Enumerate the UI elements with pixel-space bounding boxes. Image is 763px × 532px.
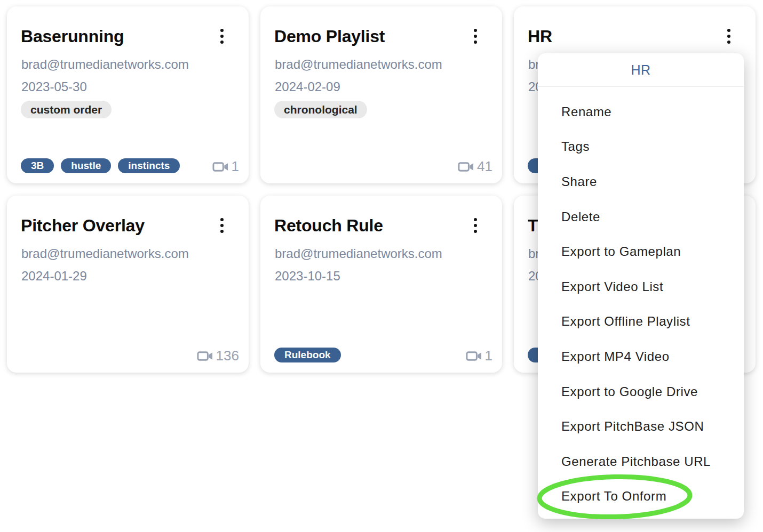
context-menu-title: HR (538, 53, 744, 87)
playlist-owner: brad@trumedianetworks.com (21, 246, 189, 261)
kebab-menu-icon[interactable] (470, 218, 481, 236)
video-count-number: 41 (477, 158, 492, 175)
kebab-dots (727, 29, 730, 32)
playlist-title: Retouch Rule (274, 216, 465, 236)
playlist-owner: brad@trumedianetworks.com (275, 246, 442, 261)
menu-item-export-offline-playlist[interactable]: Export Offline Playlist (538, 304, 744, 340)
menu-item-delete[interactable]: Delete (538, 199, 744, 235)
playlist-owner: brad@trumedianetworks.com (21, 57, 189, 72)
kebab-dots (220, 218, 224, 221)
video-count: 41 (458, 158, 492, 175)
video-camera-icon (197, 350, 213, 362)
video-camera-icon (212, 160, 229, 173)
playlist-title: Baserunning (21, 27, 211, 46)
playlist-card-demo-playlist[interactable]: Demo Playlist brad@trumedianetworks.com … (260, 6, 502, 183)
kebab-dots (474, 29, 477, 32)
tag-pill: 3B (21, 158, 54, 173)
video-count: 1 (212, 158, 239, 175)
video-count: 1 (466, 348, 492, 364)
tag-list: Rulebook (274, 348, 443, 362)
menu-item-export-to-gameplan[interactable]: Export to Gameplan (538, 234, 744, 269)
kebab-menu-icon[interactable] (470, 29, 481, 47)
playlist-date: 2024-02-09 (275, 79, 340, 94)
tag-pill: instincts (118, 158, 180, 173)
playlist-card-baserunning[interactable]: Baserunning brad@trumedianetworks.com 20… (7, 6, 249, 183)
video-count-number: 136 (216, 348, 239, 364)
kebab-menu-icon[interactable] (217, 218, 227, 236)
playlist-date: 2023-10-15 (275, 269, 340, 284)
video-count-number: 1 (485, 348, 492, 364)
tag-list: 3B hustle instincts (21, 158, 190, 173)
sort-order-chip: chronological (274, 101, 367, 118)
playlist-title: Demo Playlist (274, 27, 465, 46)
sort-order-chip: custom order (21, 101, 112, 118)
playlist-owner: brad@trumedianetworks.com (275, 57, 442, 72)
playlist-title: HR (528, 27, 718, 46)
kebab-menu-icon[interactable] (217, 29, 227, 47)
video-count-number: 1 (232, 158, 239, 175)
kebab-menu-icon[interactable] (724, 29, 734, 47)
video-camera-icon (458, 160, 474, 173)
menu-item-tags[interactable]: Tags (538, 130, 744, 165)
kebab-dots (220, 29, 224, 32)
menu-item-export-video-list[interactable]: Export Video List (538, 269, 744, 304)
playlist-card-pitcher-overlay[interactable]: Pitcher Overlay brad@trumedianetworks.co… (7, 196, 249, 373)
playlist-card-retouch-rule[interactable]: Retouch Rule brad@trumedianetworks.com 2… (260, 196, 502, 373)
menu-item-export-mp4-video[interactable]: Export MP4 Video (538, 339, 744, 374)
menu-item-rename[interactable]: Rename (538, 94, 744, 130)
context-menu: HR Rename Tags Share Delete Export to Ga… (538, 53, 744, 519)
kebab-dots (474, 218, 477, 221)
video-camera-icon (466, 350, 482, 362)
menu-item-share[interactable]: Share (538, 164, 744, 199)
video-count: 136 (197, 348, 239, 364)
playlist-title: Pitcher Overlay (21, 216, 211, 236)
menu-item-generate-pitchbase-url[interactable]: Generate Pitchbase URL (538, 444, 744, 479)
tag-pill: Rulebook (274, 348, 341, 362)
menu-item-export-pitchbase-json[interactable]: Export PitchBase JSON (538, 409, 744, 444)
menu-item-export-to-onform[interactable]: Export To Onform (538, 479, 744, 514)
tag-pill: hustle (61, 158, 111, 173)
playlist-date: 2023-05-30 (21, 79, 87, 94)
playlist-date: 2024-01-29 (21, 269, 87, 284)
menu-item-export-to-google-drive[interactable]: Export to Google Drive (538, 374, 744, 409)
context-menu-list: Rename Tags Share Delete Export to Gamep… (538, 87, 744, 514)
